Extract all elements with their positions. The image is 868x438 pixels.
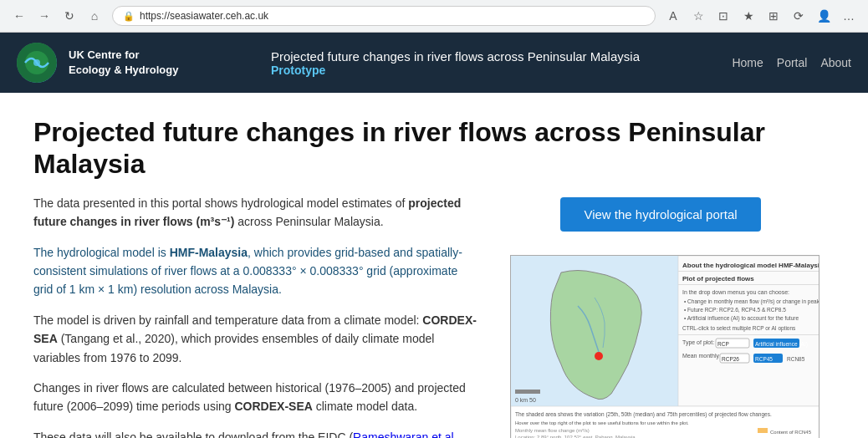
forward-button[interactable]: → bbox=[33, 5, 55, 27]
svg-text:• Future RCP: RCP2.6, RCP4.5 &: • Future RCP: RCP2.6, RCP4.5 & RCP8.5 bbox=[684, 307, 786, 313]
portal-btn-wrap: View the hydrological portal bbox=[502, 194, 819, 243]
intro-para5: These data will also be available to dow… bbox=[33, 428, 477, 438]
browser-actions: A ☆ ⊡ ★ ⊞ ⟳ 👤 … bbox=[662, 5, 860, 27]
svg-text:0   km  50: 0 km 50 bbox=[515, 397, 536, 403]
svg-text:• Artificial influence (AI) to: • Artificial influence (AI) to account f… bbox=[684, 315, 799, 322]
svg-text:RCP45: RCP45 bbox=[755, 356, 773, 362]
svg-text:About the hydrological model H: About the hydrological model HMF-Malaysi… bbox=[682, 262, 819, 269]
settings-button[interactable]: … bbox=[838, 5, 860, 27]
browser-nav-buttons: ← → ↻ ⌂ bbox=[8, 5, 105, 27]
portal-image: 0 km 50 About the hydrological model HMF… bbox=[510, 255, 819, 438]
intro-para3: The model is driven by rainfall and temp… bbox=[33, 311, 477, 367]
svg-text:RCN85: RCN85 bbox=[787, 356, 805, 362]
nav-home[interactable]: Home bbox=[732, 56, 763, 69]
history-button[interactable]: ⟳ bbox=[788, 5, 809, 27]
collections-button[interactable]: ⊞ bbox=[763, 5, 784, 27]
site-header-left: UK Centre for Ecology & Hydrology bbox=[17, 43, 178, 83]
content-right: View the hydrological portal bbox=[502, 194, 819, 438]
svg-rect-10 bbox=[678, 271, 819, 272]
main-content: Projected future changes in river flows … bbox=[0, 93, 868, 438]
view-portal-button[interactable]: View the hydrological portal bbox=[560, 197, 760, 232]
org-name: UK Centre for Ecology & Hydrology bbox=[69, 48, 178, 78]
content-left: The data presented in this portal shows … bbox=[33, 194, 477, 438]
svg-point-2 bbox=[33, 59, 40, 66]
site-nav: Home Portal About bbox=[732, 56, 851, 69]
url-text: https://seasiawater.ceh.ac.uk bbox=[140, 10, 268, 22]
nav-about[interactable]: About bbox=[820, 56, 851, 69]
svg-rect-12 bbox=[678, 284, 819, 285]
svg-text:• Change in monthly mean flow : • Change in monthly mean flow (m³/s) or … bbox=[684, 298, 819, 305]
svg-text:RCP: RCP bbox=[717, 341, 729, 347]
site-header: UK Centre for Ecology & Hydrology Projec… bbox=[0, 33, 868, 93]
svg-text:Content of RCN45: Content of RCN45 bbox=[770, 430, 812, 435]
svg-text:Location: 2.89° north, 102.52°: Location: 2.89° north, 102.52° east, Pah… bbox=[515, 435, 636, 438]
site-title-main: Projected future changes in river flows … bbox=[271, 49, 640, 64]
svg-text:RCP26: RCP26 bbox=[722, 356, 739, 362]
svg-rect-18 bbox=[678, 334, 819, 335]
svg-text:Hover over the top right of th: Hover over the top right of the plot to … bbox=[515, 420, 689, 425]
nav-portal[interactable]: Portal bbox=[777, 56, 808, 69]
svg-point-5 bbox=[595, 352, 603, 360]
org-logo bbox=[17, 43, 57, 83]
site-header-center: Projected future changes in river flows … bbox=[271, 49, 640, 77]
svg-text:Monthly mean flow change (m³/s: Monthly mean flow change (m³/s) bbox=[515, 428, 590, 433]
lock-icon: 🔒 bbox=[123, 11, 135, 22]
reload-button[interactable]: ↻ bbox=[59, 5, 80, 27]
favorites-bar-button[interactable]: ★ bbox=[738, 5, 759, 27]
svg-text:Type of plot:: Type of plot: bbox=[682, 339, 714, 346]
site-subtitle: Prototype bbox=[271, 64, 640, 77]
svg-rect-36 bbox=[758, 428, 768, 433]
browser-chrome: ← → ↻ ⌂ 🔒 https://seasiawater.ceh.ac.uk … bbox=[0, 0, 868, 33]
page-heading: Projected future changes in river flows … bbox=[33, 116, 835, 181]
home-button[interactable]: ⌂ bbox=[84, 5, 105, 27]
profile-button[interactable]: 👤 bbox=[813, 5, 835, 27]
address-bar[interactable]: 🔒 https://seasiawater.ceh.ac.uk bbox=[112, 6, 656, 26]
split-view-button[interactable]: ⊡ bbox=[712, 5, 734, 27]
svg-text:The shaded area shows the vari: The shaded area shows the variation (25t… bbox=[515, 411, 772, 418]
svg-text:Artificial influence (AI): Artificial influence (AI) bbox=[755, 341, 808, 348]
favorites-button[interactable]: ☆ bbox=[687, 5, 709, 27]
content-columns: The data presented in this portal shows … bbox=[33, 194, 835, 438]
svg-text:CTRL-click to select multiple : CTRL-click to select multiple RCP or AI … bbox=[682, 325, 796, 332]
read-aloud-button[interactable]: A bbox=[662, 5, 684, 27]
svg-rect-6 bbox=[515, 390, 540, 394]
back-button[interactable]: ← bbox=[8, 5, 30, 27]
intro-para4: Changes in river flows are calculated be… bbox=[33, 379, 477, 416]
intro-para1: The data presented in this portal shows … bbox=[33, 194, 477, 232]
intro-para2: The hydrological model is HMF-Malaysia, … bbox=[33, 243, 477, 299]
svg-text:In the drop down menus you can: In the drop down menus you can choose: bbox=[682, 289, 789, 296]
svg-text:Plot of projected flows: Plot of projected flows bbox=[682, 275, 754, 283]
